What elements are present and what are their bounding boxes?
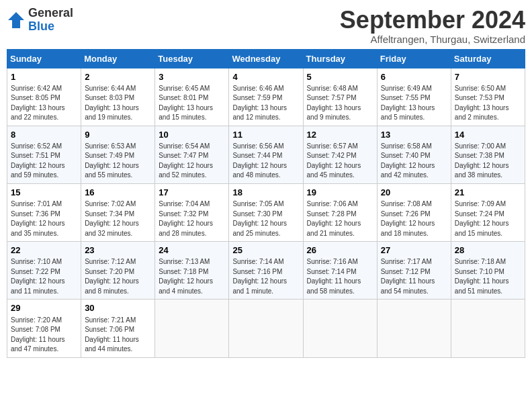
calendar-cell: 10Sunrise: 6:54 AM Sunset: 7:47 PM Dayli… (155, 126, 229, 183)
day-info: Sunrise: 7:14 AM Sunset: 7:16 PM Dayligh… (232, 257, 299, 296)
day-info: Sunrise: 6:49 AM Sunset: 7:55 PM Dayligh… (381, 84, 447, 123)
logo-icon (7, 11, 26, 30)
day-number: 26 (307, 244, 373, 257)
day-number: 13 (381, 129, 447, 141)
weekday-monday: Monday (81, 49, 155, 68)
day-info: Sunrise: 7:12 AM Sunset: 7:20 PM Dayligh… (85, 257, 151, 296)
day-number: 23 (85, 244, 151, 257)
day-number: 6 (381, 71, 447, 83)
day-info: Sunrise: 6:58 AM Sunset: 7:40 PM Dayligh… (381, 142, 447, 181)
day-info: Sunrise: 6:53 AM Sunset: 7:49 PM Dayligh… (85, 142, 151, 181)
calendar-cell: 27Sunrise: 7:17 AM Sunset: 7:12 PM Dayli… (377, 242, 451, 300)
calendar-header: SundayMondayTuesdayWednesdayThursdayFrid… (7, 49, 525, 68)
calendar-cell: 28Sunrise: 7:18 AM Sunset: 7:10 PM Dayli… (451, 242, 525, 300)
day-number: 25 (232, 244, 299, 257)
weekday-wednesday: Wednesday (229, 49, 303, 68)
weekday-header-row: SundayMondayTuesdayWednesdayThursdayFrid… (7, 49, 525, 68)
logo: General Blue (7, 7, 73, 34)
calendar-cell: 2Sunrise: 6:44 AM Sunset: 8:03 PM Daylig… (81, 68, 155, 126)
week-row-1: 1Sunrise: 6:42 AM Sunset: 8:05 PM Daylig… (7, 68, 525, 126)
logo-text: General Blue (28, 7, 73, 34)
week-row-5: 29Sunrise: 7:20 AM Sunset: 7:08 PM Dayli… (7, 300, 525, 357)
day-number: 20 (381, 187, 447, 199)
calendar-cell: 14Sunrise: 7:00 AM Sunset: 7:38 PM Dayli… (451, 126, 525, 183)
calendar-cell: 22Sunrise: 7:10 AM Sunset: 7:22 PM Dayli… (7, 242, 81, 300)
day-info: Sunrise: 7:08 AM Sunset: 7:26 PM Dayligh… (381, 199, 447, 238)
day-info: Sunrise: 7:02 AM Sunset: 7:34 PM Dayligh… (85, 199, 151, 238)
calendar-cell: 1Sunrise: 6:42 AM Sunset: 8:05 PM Daylig… (7, 68, 81, 126)
day-number: 29 (11, 302, 77, 314)
weekday-sunday: Sunday (7, 49, 81, 68)
day-info: Sunrise: 6:42 AM Sunset: 8:05 PM Dayligh… (11, 84, 77, 123)
calendar-cell: 24Sunrise: 7:13 AM Sunset: 7:18 PM Dayli… (155, 242, 229, 300)
day-info: Sunrise: 7:01 AM Sunset: 7:36 PM Dayligh… (11, 199, 77, 238)
day-info: Sunrise: 7:00 AM Sunset: 7:38 PM Dayligh… (455, 142, 521, 181)
calendar-cell: 30Sunrise: 7:21 AM Sunset: 7:06 PM Dayli… (81, 300, 155, 357)
calendar-cell: 13Sunrise: 6:58 AM Sunset: 7:40 PM Dayli… (377, 126, 451, 183)
calendar-cell: 21Sunrise: 7:09 AM Sunset: 7:24 PM Dayli… (451, 183, 525, 241)
day-number: 17 (159, 187, 225, 199)
weekday-friday: Friday (377, 49, 451, 68)
day-number: 11 (232, 129, 299, 141)
day-info: Sunrise: 6:57 AM Sunset: 7:42 PM Dayligh… (307, 142, 373, 181)
day-number: 3 (159, 71, 225, 83)
day-info: Sunrise: 7:09 AM Sunset: 7:24 PM Dayligh… (455, 199, 521, 238)
day-number: 12 (307, 129, 373, 141)
day-number: 18 (232, 187, 299, 199)
weekday-thursday: Thursday (303, 49, 377, 68)
calendar-body: 1Sunrise: 6:42 AM Sunset: 8:05 PM Daylig… (7, 68, 525, 357)
weekday-saturday: Saturday (451, 49, 525, 68)
calendar-cell: 19Sunrise: 7:06 AM Sunset: 7:28 PM Dayli… (303, 183, 377, 241)
day-number: 9 (85, 129, 151, 141)
calendar-cell: 12Sunrise: 6:57 AM Sunset: 7:42 PM Dayli… (303, 126, 377, 183)
day-number: 15 (11, 187, 77, 199)
day-number: 4 (232, 71, 299, 83)
calendar-cell (155, 300, 229, 357)
svg-marker-0 (8, 12, 24, 28)
week-row-3: 15Sunrise: 7:01 AM Sunset: 7:36 PM Dayli… (7, 183, 525, 241)
calendar-cell: 4Sunrise: 6:46 AM Sunset: 7:59 PM Daylig… (229, 68, 303, 126)
day-number: 2 (85, 71, 151, 83)
calendar-cell (303, 300, 377, 357)
calendar-cell (229, 300, 303, 357)
calendar-cell: 15Sunrise: 7:01 AM Sunset: 7:36 PM Dayli… (7, 183, 81, 241)
calendar-cell (451, 300, 525, 357)
day-number: 8 (11, 129, 77, 141)
day-info: Sunrise: 7:10 AM Sunset: 7:22 PM Dayligh… (11, 257, 77, 296)
day-number: 28 (455, 244, 521, 257)
day-info: Sunrise: 7:18 AM Sunset: 7:10 PM Dayligh… (455, 257, 521, 296)
day-number: 10 (159, 129, 225, 141)
calendar-cell: 20Sunrise: 7:08 AM Sunset: 7:26 PM Dayli… (377, 183, 451, 241)
weekday-tuesday: Tuesday (155, 49, 229, 68)
calendar-cell: 7Sunrise: 6:50 AM Sunset: 7:53 PM Daylig… (451, 68, 525, 126)
calendar-table: SundayMondayTuesdayWednesdayThursdayFrid… (7, 49, 525, 358)
calendar-cell: 18Sunrise: 7:05 AM Sunset: 7:30 PM Dayli… (229, 183, 303, 241)
location: Affeltrangen, Thurgau, Switzerland (340, 34, 525, 45)
logo-blue: Blue (28, 20, 73, 34)
calendar-cell: 26Sunrise: 7:16 AM Sunset: 7:14 PM Dayli… (303, 242, 377, 300)
calendar-cell: 17Sunrise: 7:04 AM Sunset: 7:32 PM Dayli… (155, 183, 229, 241)
day-number: 22 (11, 244, 77, 257)
day-info: Sunrise: 6:56 AM Sunset: 7:44 PM Dayligh… (232, 142, 299, 181)
calendar-cell: 8Sunrise: 6:52 AM Sunset: 7:51 PM Daylig… (7, 126, 81, 183)
day-number: 19 (307, 187, 373, 199)
day-info: Sunrise: 6:54 AM Sunset: 7:47 PM Dayligh… (159, 142, 225, 181)
week-row-4: 22Sunrise: 7:10 AM Sunset: 7:22 PM Dayli… (7, 242, 525, 300)
calendar-cell: 29Sunrise: 7:20 AM Sunset: 7:08 PM Dayli… (7, 300, 81, 357)
day-number: 16 (85, 187, 151, 199)
day-info: Sunrise: 6:50 AM Sunset: 7:53 PM Dayligh… (455, 84, 521, 123)
day-number: 27 (381, 244, 447, 257)
calendar-cell (377, 300, 451, 357)
day-info: Sunrise: 7:21 AM Sunset: 7:06 PM Dayligh… (85, 316, 151, 355)
calendar-cell: 3Sunrise: 6:45 AM Sunset: 8:01 PM Daylig… (155, 68, 229, 126)
day-info: Sunrise: 7:06 AM Sunset: 7:28 PM Dayligh… (307, 199, 373, 238)
day-info: Sunrise: 6:48 AM Sunset: 7:57 PM Dayligh… (307, 84, 373, 123)
day-number: 21 (455, 187, 521, 199)
title-block: September 2024 Affeltrangen, Thurgau, Sw… (340, 7, 525, 45)
calendar-cell: 16Sunrise: 7:02 AM Sunset: 7:34 PM Dayli… (81, 183, 155, 241)
day-info: Sunrise: 7:04 AM Sunset: 7:32 PM Dayligh… (159, 199, 225, 238)
day-number: 7 (455, 71, 521, 83)
day-info: Sunrise: 7:13 AM Sunset: 7:18 PM Dayligh… (159, 257, 225, 296)
day-info: Sunrise: 6:44 AM Sunset: 8:03 PM Dayligh… (85, 84, 151, 123)
day-info: Sunrise: 6:45 AM Sunset: 8:01 PM Dayligh… (159, 84, 225, 123)
